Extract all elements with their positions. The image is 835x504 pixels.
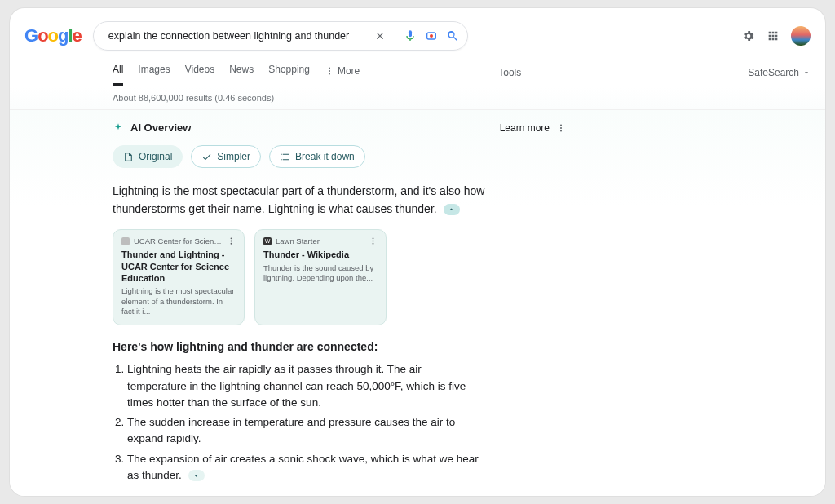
ai-overview-header: AI Overview Learn more bbox=[113, 122, 811, 134]
svg-point-3 bbox=[329, 70, 330, 72]
chip-simpler-label: Simpler bbox=[217, 151, 250, 162]
expand-toggle[interactable] bbox=[188, 470, 205, 481]
more-options-icon[interactable] bbox=[556, 123, 566, 133]
list-icon bbox=[280, 152, 290, 162]
svg-point-7 bbox=[560, 130, 562, 131]
profile-avatar[interactable] bbox=[791, 26, 811, 46]
card-title: Thunder - Wikipedia bbox=[263, 249, 378, 260]
nav-tabs: All Images Videos News Shopping More bbox=[113, 59, 360, 86]
favicon-icon: W bbox=[263, 237, 272, 245]
svg-point-6 bbox=[560, 127, 562, 129]
svg-point-13 bbox=[373, 243, 374, 245]
card-source: UCAR Center for Science Edu... bbox=[134, 237, 223, 245]
chevron-down-icon bbox=[802, 69, 811, 77]
source-card[interactable]: UCAR Center for Science Edu... Thunder a… bbox=[113, 229, 245, 325]
card-top: UCAR Center for Science Edu... bbox=[121, 237, 236, 245]
tab-images[interactable]: Images bbox=[138, 59, 170, 86]
search-bar[interactable] bbox=[93, 21, 468, 51]
list-item: Lightning heats the air rapidly as it pa… bbox=[127, 361, 479, 411]
lens-icon[interactable] bbox=[425, 29, 438, 42]
card-more-icon[interactable] bbox=[369, 237, 378, 245]
card-snippet: Thunder is the sound caused by lightning… bbox=[263, 263, 378, 284]
chip-break-it-down[interactable]: Break it down bbox=[269, 145, 365, 168]
header-bar: Google bbox=[10, 8, 825, 59]
learn-more[interactable]: Learn more bbox=[500, 122, 566, 134]
card-source: Lawn Starter bbox=[276, 237, 364, 245]
svg-point-2 bbox=[329, 67, 330, 69]
sparkle-icon bbox=[113, 122, 124, 134]
tab-shopping[interactable]: Shopping bbox=[268, 59, 310, 86]
card-snippet: Lightning is the most spectacular elemen… bbox=[121, 286, 236, 316]
collapse-toggle[interactable] bbox=[444, 204, 460, 215]
search-input[interactable] bbox=[107, 29, 373, 42]
svg-point-4 bbox=[329, 73, 330, 74]
source-cards: UCAR Center for Science Edu... Thunder a… bbox=[113, 229, 811, 325]
svg-point-12 bbox=[373, 241, 374, 242]
nav-tabs-row: All Images Videos News Shopping More Too… bbox=[10, 59, 825, 86]
list-item: The expansion of air creates a sonic sho… bbox=[127, 451, 479, 484]
svg-point-1 bbox=[430, 34, 433, 38]
svg-point-8 bbox=[231, 238, 232, 240]
ai-intro-content: Lightning is the most spectacular part o… bbox=[113, 184, 484, 215]
divider bbox=[395, 28, 395, 44]
browser-window: Google bbox=[10, 8, 825, 496]
ai-intro-text: Lightning is the most spectacular part o… bbox=[113, 183, 488, 218]
chevron-down-icon bbox=[192, 472, 200, 480]
google-logo[interactable]: Google bbox=[24, 25, 82, 46]
svg-point-10 bbox=[231, 243, 232, 245]
ai-closing-text: The thunderclap or peal of thunder can r… bbox=[113, 493, 488, 496]
header-actions bbox=[742, 26, 811, 46]
svg-point-11 bbox=[373, 238, 374, 240]
step-text: The expansion of air creates a sonic sho… bbox=[127, 453, 479, 481]
clear-icon[interactable] bbox=[373, 29, 387, 42]
tab-more-label: More bbox=[338, 65, 360, 77]
closing-content: The thunderclap or peal of thunder can r… bbox=[113, 495, 486, 496]
apps-grid-icon[interactable] bbox=[767, 29, 780, 42]
favicon-icon bbox=[121, 237, 130, 245]
learn-more-label: Learn more bbox=[500, 122, 550, 134]
source-card[interactable]: W Lawn Starter Thunder - Wikipedia Thund… bbox=[254, 229, 387, 325]
ai-chips: Original Simpler Break it down bbox=[113, 145, 811, 168]
card-top: W Lawn Starter bbox=[263, 237, 378, 245]
chip-simpler[interactable]: Simpler bbox=[191, 145, 261, 168]
search-bar-icons bbox=[373, 28, 459, 44]
tools-button[interactable]: Tools bbox=[498, 67, 521, 78]
search-icon[interactable] bbox=[446, 29, 459, 42]
result-stats: About 88,600,000 results (0.46 seconds) bbox=[10, 86, 825, 110]
tab-videos[interactable]: Videos bbox=[185, 59, 214, 86]
check-icon bbox=[201, 152, 212, 162]
chevron-up-icon bbox=[448, 206, 455, 213]
chip-break-label: Break it down bbox=[295, 151, 355, 162]
svg-point-5 bbox=[560, 124, 562, 126]
card-more-icon[interactable] bbox=[227, 237, 236, 245]
ai-steps-list: Lightning heats the air rapidly as it pa… bbox=[113, 361, 479, 484]
chip-original[interactable]: Original bbox=[113, 145, 183, 168]
settings-gear-icon[interactable] bbox=[742, 29, 755, 42]
tab-all[interactable]: All bbox=[113, 59, 123, 86]
svg-point-9 bbox=[231, 241, 232, 242]
ai-subheading: Here's how lightning and thunder are con… bbox=[113, 340, 488, 353]
card-title: Thunder and Lightning - UCAR Center for … bbox=[121, 249, 236, 284]
tab-more[interactable]: More bbox=[325, 59, 360, 86]
document-icon bbox=[123, 152, 134, 162]
safesearch-dropdown[interactable]: SafeSearch bbox=[748, 67, 811, 78]
ai-overview-label: AI Overview bbox=[130, 122, 191, 134]
mic-icon[interactable] bbox=[404, 29, 417, 42]
tab-news[interactable]: News bbox=[229, 59, 254, 86]
safesearch-label: SafeSearch bbox=[748, 67, 799, 78]
list-item: The sudden increase in temperature and p… bbox=[127, 414, 479, 448]
results-main: AI Overview Learn more Original Simpler bbox=[10, 110, 825, 496]
chip-original-label: Original bbox=[139, 151, 172, 162]
